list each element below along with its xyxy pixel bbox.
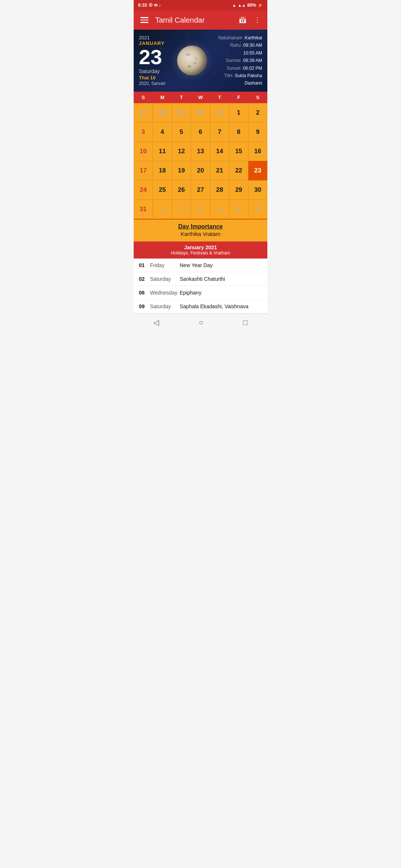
cal-cell-2-w0[interactable]: 2 <box>248 103 267 122</box>
day-importance-section: Day Importance Karthika Vratam <box>134 219 267 241</box>
cal-cell-9-w1[interactable]: 9 <box>248 122 267 142</box>
cal-cell-16-w2[interactable]: 16 <box>248 142 267 161</box>
calendar-header: S M T W T F S <box>134 92 267 103</box>
cal-cell-5-w5[interactable]: 5 <box>229 200 248 219</box>
rahu-row2: 10:55 AM <box>218 49 262 57</box>
rahu-row: Rahu :09:30 AM <box>218 42 262 49</box>
more-options-button[interactable]: ⋮ <box>252 14 263 26</box>
sunset-row: Sunset :06:02 PM <box>218 65 262 72</box>
festival-item-1: 02 Saturday Sankashti Chaturthi <box>134 272 267 286</box>
hero-year: 2021 <box>139 35 165 40</box>
back-button[interactable]: ◁ <box>147 316 165 328</box>
cal-cell-18-w3[interactable]: 18 <box>153 161 172 180</box>
calendar-grid: 2728293031123456789101112131415161718192… <box>134 103 267 219</box>
cal-cell-31-w0[interactable]: 31 <box>210 103 229 122</box>
day-importance-event: Karthika Vratam <box>134 230 267 239</box>
festival-item-3: 09 Saturday Saphala Ekadashi, Vaishnava <box>134 300 267 313</box>
cal-cell-27-w4[interactable]: 27 <box>191 180 210 200</box>
status-right: ▲ ▲▲ 80% ⚡ <box>232 3 263 8</box>
hero-section: 2021 JANUARY 23 Saturday Thai 10 2020, S… <box>134 30 267 92</box>
festivals-subtitle: Holidays, Festivals & Vratham <box>134 250 267 256</box>
festival-name-0: New Year Day <box>180 262 262 268</box>
status-left: 6:33 ⦿ ✉ ♪ <box>138 3 161 8</box>
tithi-label: Tithi : <box>224 73 235 78</box>
sunrise-label: Sunrise : <box>226 58 243 63</box>
cal-cell-23-w3[interactable]: 23 <box>248 161 267 180</box>
cal-cell-3-w5[interactable]: 3 <box>191 200 210 219</box>
cal-cell-22-w3[interactable]: 22 <box>229 161 248 180</box>
tithi-value2: Dashami <box>245 80 262 86</box>
cal-cell-27-w0[interactable]: 27 <box>134 103 153 122</box>
cal-cell-30-w4[interactable]: 30 <box>248 180 267 200</box>
rahu-value: 09:30 AM <box>243 43 262 48</box>
cal-cell-29-w0[interactable]: 29 <box>172 103 191 122</box>
sunset-label: Sunset : <box>227 66 243 71</box>
tithi-value: Sukla Paksha <box>235 73 262 78</box>
header-tuesday: T <box>172 92 191 103</box>
rahu-label: Rahu : <box>230 43 243 48</box>
cal-cell-6-w1[interactable]: 6 <box>191 122 210 142</box>
cal-cell-21-w3[interactable]: 21 <box>210 161 229 180</box>
calendar-icon: 📅 <box>238 16 247 24</box>
cal-cell-1-w0[interactable]: 1 <box>229 103 248 122</box>
status-time: 6:33 <box>138 3 147 8</box>
festival-list: 01 Friday New Year Day 02 Saturday Sanka… <box>134 259 267 313</box>
festival-date-3: 09 <box>139 303 150 309</box>
menu-button[interactable] <box>138 15 151 25</box>
home-button[interactable]: ○ <box>193 317 209 328</box>
cal-cell-24-w4[interactable]: 24 <box>134 180 153 200</box>
cal-cell-5-w1[interactable]: 5 <box>172 122 191 142</box>
cal-cell-14-w2[interactable]: 14 <box>210 142 229 161</box>
cal-cell-4-w5[interactable]: 4 <box>210 200 229 219</box>
nav-bar: ◁ ○ □ <box>134 313 267 331</box>
wifi-icon: ▲ <box>232 3 236 7</box>
mail-icon: ✉ <box>154 3 157 8</box>
cal-cell-13-w2[interactable]: 13 <box>191 142 210 161</box>
festival-date-0: 01 <box>139 262 150 268</box>
sunrise-value: 06:39 AM <box>243 58 262 63</box>
festival-item-2: 06 Wednesday Epiphany <box>134 286 267 300</box>
app-bar-left: Tamil Calendar <box>138 15 205 25</box>
recent-button[interactable]: □ <box>237 317 253 328</box>
festival-date-2: 06 <box>139 290 150 296</box>
hero-tamil-date: Thai 10 <box>139 75 165 80</box>
cal-cell-3-w1[interactable]: 3 <box>134 122 153 142</box>
cal-cell-7-w1[interactable]: 7 <box>210 122 229 142</box>
cal-cell-12-w2[interactable]: 12 <box>172 142 191 161</box>
header-friday: F <box>229 92 248 103</box>
cal-cell-28-w4[interactable]: 28 <box>210 180 229 200</box>
nakshatram-value: Karthikai <box>245 35 262 40</box>
cal-cell-8-w1[interactable]: 8 <box>229 122 248 142</box>
cal-cell-11-w2[interactable]: 11 <box>153 142 172 161</box>
festival-day-1: Saturday <box>150 276 180 282</box>
cal-cell-10-w2[interactable]: 10 <box>134 142 153 161</box>
hero-day: 23 <box>139 47 165 68</box>
cal-cell-26-w4[interactable]: 26 <box>172 180 191 200</box>
festival-item-0: 01 Friday New Year Day <box>134 259 267 272</box>
cal-cell-6-w5[interactable]: 6 <box>248 200 267 219</box>
cal-cell-31-w5[interactable]: 31 <box>134 200 153 219</box>
festivals-month: January 2021 <box>134 244 267 250</box>
cal-cell-30-w0[interactable]: 30 <box>191 103 210 122</box>
back-icon: ◁ <box>153 318 159 326</box>
status-bar: 6:33 ⦿ ✉ ♪ ▲ ▲▲ 80% ⚡ <box>134 0 267 10</box>
cal-cell-4-w1[interactable]: 4 <box>153 122 172 142</box>
cal-cell-15-w2[interactable]: 15 <box>229 142 248 161</box>
hero-date-info: 2021 JANUARY 23 Saturday Thai 10 2020, S… <box>139 35 165 86</box>
cal-cell-20-w3[interactable]: 20 <box>191 161 210 180</box>
cal-cell-25-w4[interactable]: 25 <box>153 180 172 200</box>
app-bar: Tamil Calendar 📅 ⋮ <box>134 10 267 30</box>
calendar-icon-button[interactable]: 📅 <box>236 14 249 26</box>
cal-cell-2-w5[interactable]: 2 <box>172 200 191 219</box>
cal-cell-1-w5[interactable]: 1 <box>153 200 172 219</box>
cal-cell-29-w4[interactable]: 29 <box>229 180 248 200</box>
cal-cell-28-w0[interactable]: 28 <box>153 103 172 122</box>
day-importance-title: Day Importance <box>134 223 267 230</box>
festival-name-3: Saphala Ekadashi, Vaishnava <box>180 303 262 309</box>
festival-date-1: 02 <box>139 276 150 282</box>
cal-cell-19-w3[interactable]: 19 <box>172 161 191 180</box>
cal-cell-17-w3[interactable]: 17 <box>134 161 153 180</box>
festival-name-2: Epiphany <box>180 290 262 296</box>
hero-weekday: Saturday <box>139 68 165 74</box>
recent-icon: □ <box>243 318 247 326</box>
